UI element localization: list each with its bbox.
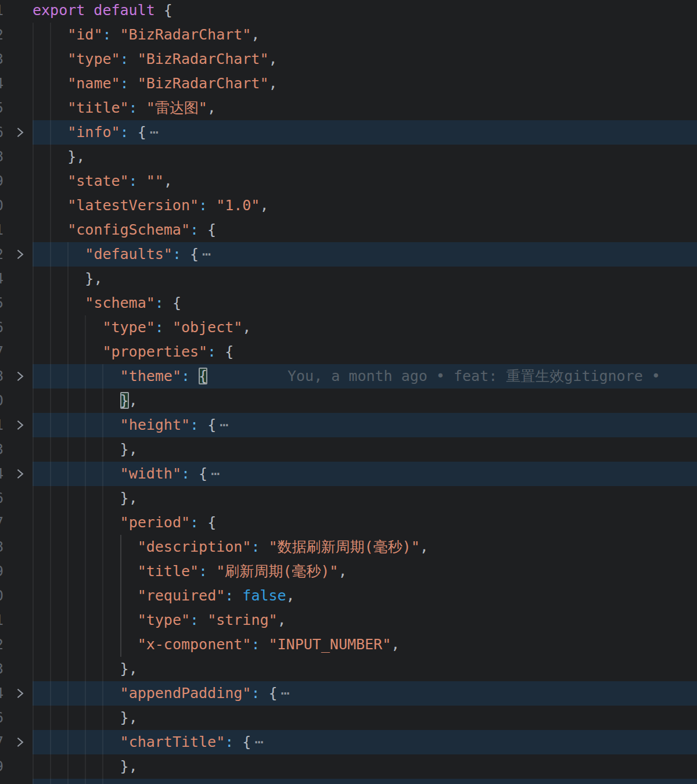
code-text[interactable]: "description": "数据刷新周期(毫秒)", bbox=[138, 535, 429, 559]
folded-region-ellipsis[interactable]: ⋯ bbox=[202, 246, 211, 262]
line-number[interactable]: 23 bbox=[0, 437, 3, 462]
code-text[interactable]: "type": "BizRadarChart", bbox=[67, 47, 277, 71]
code-text[interactable]: }, bbox=[120, 657, 138, 681]
code-text[interactable]: }, bbox=[120, 754, 138, 779]
code-line[interactable]: 32"x-component": "INPUT_NUMBER", bbox=[0, 632, 697, 657]
code-line[interactable]: 2"id": "BizRadarChart", bbox=[0, 23, 697, 47]
code-line[interactable]: 24"width": {⋯ bbox=[0, 462, 697, 486]
code-line[interactable]: 26}, bbox=[0, 486, 697, 510]
code-text[interactable]: "x-component": "INPUT_NUMBER", bbox=[138, 632, 400, 657]
code-line[interactable]: 3"type": "BizRadarChart", bbox=[0, 47, 697, 71]
code-line[interactable]: 21"height": {⋯ bbox=[0, 413, 697, 437]
code-line[interactable]: 16"type": "object", bbox=[0, 315, 697, 340]
code-line[interactable]: 33}, bbox=[0, 657, 697, 681]
code-text[interactable]: "required": false, bbox=[138, 584, 295, 608]
code-text[interactable]: "latestVersion": "1.0", bbox=[67, 193, 268, 218]
code-line[interactable]: 27"period": { bbox=[0, 510, 697, 535]
code-line[interactable]: 40 bbox=[0, 779, 697, 784]
code-line[interactable]: 5"title": "雷达图", bbox=[0, 96, 697, 120]
line-number[interactable]: 40 bbox=[0, 779, 3, 784]
code-line[interactable]: 15"schema": { bbox=[0, 291, 697, 315]
code-text[interactable]: "height": {⋯ bbox=[120, 413, 229, 437]
line-number[interactable]: 28 bbox=[0, 535, 3, 559]
line-number[interactable]: 3 bbox=[0, 47, 3, 71]
line-number[interactable]: 30 bbox=[0, 584, 3, 608]
folded-region-ellipsis[interactable]: ⋯ bbox=[211, 465, 220, 482]
line-number[interactable]: 21 bbox=[0, 413, 3, 437]
fold-chevron-icon[interactable] bbox=[13, 125, 27, 139]
code-line[interactable]: 17"properties": { bbox=[0, 340, 697, 364]
code-text[interactable]: "id": "BizRadarChart", bbox=[67, 23, 260, 47]
code-line[interactable]: 36}, bbox=[0, 706, 697, 730]
folded-region-ellipsis[interactable]: ⋯ bbox=[150, 124, 159, 141]
fold-chevron-icon[interactable] bbox=[13, 369, 27, 383]
line-number[interactable]: 39 bbox=[0, 754, 3, 779]
code-line[interactable]: 1export default { bbox=[0, 0, 697, 23]
line-number[interactable]: 4 bbox=[0, 71, 3, 96]
folded-region-ellipsis[interactable]: ⋯ bbox=[254, 733, 263, 750]
code-text[interactable]: export default { bbox=[33, 0, 173, 23]
bracket-match[interactable]: } bbox=[120, 392, 129, 409]
code-line[interactable]: 30"required": false, bbox=[0, 584, 697, 608]
code-line[interactable]: 6"info": {⋯ bbox=[0, 120, 697, 145]
code-line[interactable]: 39}, bbox=[0, 754, 697, 779]
line-number[interactable]: 5 bbox=[0, 96, 3, 120]
line-number[interactable]: 16 bbox=[0, 315, 3, 340]
code-line[interactable]: 28"description": "数据刷新周期(毫秒)", bbox=[0, 535, 697, 559]
line-number[interactable]: 27 bbox=[0, 510, 3, 535]
line-number[interactable]: 15 bbox=[0, 291, 3, 315]
line-number[interactable]: 20 bbox=[0, 389, 3, 413]
code-text[interactable]: "theme": { bbox=[120, 364, 208, 389]
code-text[interactable]: }, bbox=[85, 267, 102, 291]
code-line[interactable]: 29"title": "刷新周期(毫秒)", bbox=[0, 559, 697, 584]
code-line[interactable]: 18"theme": {You, a month ago • feat: 重置生… bbox=[0, 364, 697, 389]
line-number[interactable]: 12 bbox=[0, 242, 3, 267]
fold-chevron-icon[interactable] bbox=[13, 247, 27, 261]
code-line[interactable]: 10"latestVersion": "1.0", bbox=[0, 193, 697, 218]
code-text[interactable]: "title": "雷达图", bbox=[67, 96, 216, 120]
code-line[interactable]: 34"appendPadding": {⋯ bbox=[0, 681, 697, 706]
code-text[interactable]: }, bbox=[120, 486, 138, 510]
code-text[interactable]: }, bbox=[67, 145, 85, 169]
code-line[interactable]: 37"chartTitle": {⋯ bbox=[0, 730, 697, 754]
code-text[interactable]: "defaults": {⋯ bbox=[85, 242, 211, 267]
line-number[interactable]: 29 bbox=[0, 559, 3, 584]
code-line[interactable]: 9"state": "", bbox=[0, 169, 697, 193]
folded-region-ellipsis[interactable]: ⋯ bbox=[220, 416, 228, 433]
fold-chevron-icon[interactable] bbox=[13, 418, 27, 432]
line-number[interactable]: 33 bbox=[0, 657, 3, 681]
code-text[interactable]: "name": "BizRadarChart", bbox=[67, 71, 277, 96]
code-text[interactable]: "configSchema": { bbox=[67, 218, 216, 242]
code-text[interactable]: "title": "刷新周期(毫秒)", bbox=[138, 559, 347, 584]
code-line[interactable]: 11"configSchema": { bbox=[0, 218, 697, 242]
code-text[interactable]: }, bbox=[120, 706, 138, 730]
folded-region-ellipsis[interactable]: ⋯ bbox=[281, 685, 290, 702]
line-number[interactable]: 26 bbox=[0, 486, 3, 510]
line-number[interactable]: 14 bbox=[0, 267, 3, 291]
code-text[interactable]: "info": {⋯ bbox=[67, 120, 159, 145]
code-line[interactable]: 23}, bbox=[0, 437, 697, 462]
code-text[interactable]: "chartTitle": {⋯ bbox=[120, 730, 264, 754]
line-number[interactable]: 32 bbox=[0, 632, 3, 657]
code-text[interactable]: "appendPadding": {⋯ bbox=[120, 681, 290, 706]
bracket-match[interactable]: { bbox=[199, 368, 207, 384]
code-line[interactable]: 4"name": "BizRadarChart", bbox=[0, 71, 697, 96]
code-text[interactable]: }, bbox=[120, 437, 138, 462]
line-number[interactable]: 31 bbox=[0, 608, 3, 632]
code-text[interactable]: "state": "", bbox=[67, 169, 173, 193]
code-editor[interactable]: 1export default {2"id": "BizRadarChart",… bbox=[0, 0, 697, 784]
line-number[interactable]: 36 bbox=[0, 706, 3, 730]
code-text[interactable]: "schema": { bbox=[85, 291, 181, 315]
code-text[interactable]: "properties": { bbox=[102, 340, 233, 364]
code-line[interactable]: 31"type": "string", bbox=[0, 608, 697, 632]
code-text[interactable]: "type": "object", bbox=[102, 315, 251, 340]
code-line[interactable]: 20}, bbox=[0, 389, 697, 413]
line-number[interactable]: 6 bbox=[0, 120, 3, 145]
fold-chevron-icon[interactable] bbox=[13, 467, 27, 481]
code-line[interactable]: 12"defaults": {⋯ bbox=[0, 242, 697, 267]
fold-chevron-icon[interactable] bbox=[13, 735, 27, 749]
code-line[interactable]: 14}, bbox=[0, 267, 697, 291]
line-number[interactable]: 18 bbox=[0, 364, 3, 389]
fold-chevron-icon[interactable] bbox=[13, 686, 27, 700]
line-number[interactable]: 24 bbox=[0, 462, 3, 486]
